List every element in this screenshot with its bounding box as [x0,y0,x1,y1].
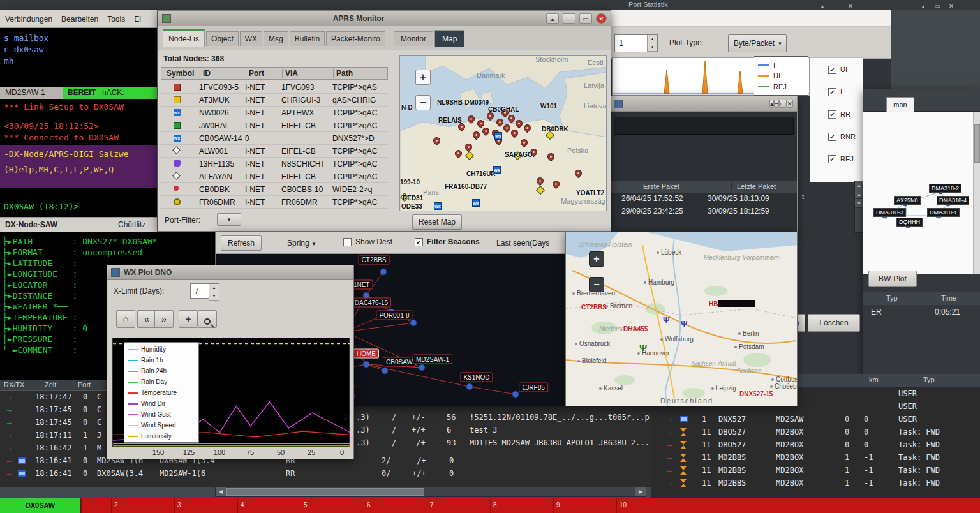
node-row[interactable]: FR06DMRI-NETFR06DMRTCPIP*>qAC [161,196,388,209]
graph-node-AX25N0[interactable]: AX25N0 [894,196,921,205]
maximize-button[interactable]: ▭ [579,13,592,24]
minimize-button[interactable]: − [774,100,779,108]
show-dest-checkbox[interactable]: Show Dest [343,237,392,246]
taskbar-item[interactable]: 10 [616,498,679,513]
node-row[interactable]: AT3MUKI-NETCHRIGUI-3qAS>CHRIG [161,94,388,107]
node-row[interactable]: JW0HALI-NETEIFEL-CBTCPIP*>qAC [161,119,388,132]
node-row[interactable]: 13RF1135I-NETN8SCHICHTTCPIP*>qAC [161,158,388,170]
node-row[interactable]: wxNW0026I-NETAPTHWXTCPIP*>qAC [161,107,388,119]
checkbox-box[interactable]: ✔ [828,66,836,74]
paket-window-titlebar[interactable]: ▴−▭✕ [610,96,797,112]
scrollbar-thumb[interactable] [974,124,980,163]
aprs-map[interactable]: + − wxwxwxwxStockholmEestiLatvijaLietuva… [399,55,607,211]
refresh-button[interactable]: Refresh [221,235,262,251]
checkbox-box[interactable]: ✔ [415,238,423,246]
checkbox-box[interactable]: ✔ [828,88,836,96]
filter-beacons-checkbox[interactable]: ✔ Filter Beacons [415,237,480,246]
node-row[interactable]: ALW001I-NETEIFEL-CBTCPIP*>qAC [161,145,388,158]
taskbar-item[interactable]: 2 [111,498,174,513]
tab-wx[interactable]: WX [240,31,262,46]
bw-plot-button[interactable]: BW-Plot [868,271,917,287]
horizontal-scrollbar[interactable]: ◀ ▶ [215,487,646,497]
map-zoom-in-button[interactable]: + [589,251,604,267]
graph-node-DMA318-1[interactable]: DMA318-1 [927,208,960,217]
shade-button[interactable]: ▴ [546,13,559,24]
checkbox-rej[interactable]: ✔REJ [828,154,863,164]
scrollbar-thumb[interactable] [226,488,424,496]
close-button[interactable]: ✕ [596,13,607,24]
close-icon[interactable]: ✕ [843,3,858,10]
spin-down-icon[interactable]: ▼ [209,292,219,301]
graph-node-MD2SAW-1[interactable]: MD2SAW-1 [413,355,452,364]
shade-icon[interactable]: ▴ [916,3,930,10]
graph-node-CT2BBS[interactable]: CT2BBS [359,255,390,265]
spin-up-icon[interactable]: ▲ [648,35,657,43]
scroll-right-icon[interactable]: ▶ [635,487,646,496]
terminal-screen[interactable]: s mailboxc dx0sawmh MD2SAW-1 BEREIT nACK… [0,28,157,217]
spinner-arrows[interactable]: ▲▼ [209,284,219,298]
node-row[interactable]: CB0DBKI-NETCB0CBS-10WIDE2-2>q [161,183,388,196]
graph-node-DMA318-4[interactable]: DMA318-4 [937,196,969,205]
graph-node-POR001-8[interactable]: POR001-8 [376,311,412,320]
tab-monitor[interactable]: Monitor [394,31,433,46]
spinner-arrows[interactable]: ▲▼ [647,35,657,52]
node-row[interactable]: ALFAYANI-NETEIFEL-CBTCPIP*>qAC [161,170,388,183]
shade-icon[interactable]: ▴ [815,3,829,10]
node-row[interactable]: 1FVG093-5I-NET1FVG093TCPIP*>qAS [161,81,388,94]
taskbar-item[interactable]: 8 [490,498,553,513]
maximize-button[interactable]: ▭ [779,100,786,108]
maximize-icon[interactable]: ▭ [930,3,944,10]
port-filter-dropdown[interactable]: ▼ [217,213,241,226]
scroll-left-icon[interactable]: ◀ [216,487,226,496]
layout-dropdown[interactable]: Spring ▼ [287,239,316,248]
aprs-titlebar[interactable]: APRS Monitor ▴ − ▭ ✕ [158,11,611,26]
checkbox-ui[interactable]: ✔UI [828,64,863,75]
taskbar-item[interactable]: 6 [364,498,427,513]
map-zoom-out-button[interactable]: − [589,277,604,292]
back-icon[interactable]: « [137,310,156,328]
checkbox-box[interactable]: ✔ [828,133,836,141]
checkbox-box[interactable]: ✔ [828,110,836,119]
taskbar-item[interactable]: 9 [553,498,616,513]
taskbar-item[interactable]: 3 [174,498,237,513]
xlimit-spinner[interactable]: 7 ▲▼ [190,283,219,299]
menu-bearbeiten[interactable]: Bearbeiten [61,15,98,24]
checkbox-rnr[interactable]: ✔RNR [828,131,863,142]
germany-map-window[interactable]: + − Schleswig-HolsteinMecklenburg-Vorpom… [565,232,798,406]
map-zoom-out-button[interactable]: − [415,95,431,110]
checkbox-rr[interactable]: ✔RR [828,109,863,119]
tab-bulletin[interactable]: Bulletin [290,31,325,46]
checkbox-i[interactable]: ✔I [828,87,863,97]
menu-tools[interactable]: Tools [107,15,125,24]
wx-titlebar[interactable]: WX Plot DNO [107,265,353,280]
tab-msg[interactable]: Msg [264,31,288,46]
spin-up-icon[interactable]: ▲ [209,284,219,292]
tab-object[interactable]: Object [206,31,239,46]
graph-node-DMA318-3[interactable]: DMA318-3 [873,208,906,217]
vertical-scrollbar[interactable] [973,112,980,274]
reset-map-button[interactable]: Reset Map [412,214,462,230]
graph-node-DMA318-2[interactable]: DMA318-2 [929,184,961,193]
checkbox-box[interactable] [343,238,352,246]
taskbar-item[interactable]: 5 [301,498,364,513]
graph-node-DAC476-15[interactable]: DAC476-15 [352,298,391,308]
port-spinner[interactable]: 1 ▲▼ [614,34,658,52]
forward-icon[interactable]: » [154,310,174,328]
zoom-icon[interactable] [198,310,217,328]
graph-node-13RF85[interactable]: 13RF85 [519,383,548,392]
checkbox-box[interactable]: ✔ [828,155,836,163]
tab-man[interactable]: man [886,97,914,112]
filter-input[interactable] [614,117,794,135]
delete-button[interactable]: Löschen [808,314,860,332]
plot-type-dropdown[interactable]: Byte/Packet ▼ [728,34,787,52]
menu-ei[interactable]: Ei [134,15,141,24]
spin-down-icon[interactable]: ▼ [648,43,657,52]
graph-node-CB0SAW[interactable]: CB0SAW [383,357,416,367]
map-zoom-in-button[interactable]: + [415,70,431,85]
minimize-button[interactable]: − [563,13,575,24]
node-row[interactable]: wxCB0SAW-140DNX527*>D [161,132,388,145]
tab-map[interactable]: Map [434,30,464,47]
tab-packet-monito[interactable]: Packet-Monito [326,31,385,46]
minimize-icon[interactable]: − [829,3,843,10]
graph-node-HOME[interactable]: HOME [353,349,379,359]
